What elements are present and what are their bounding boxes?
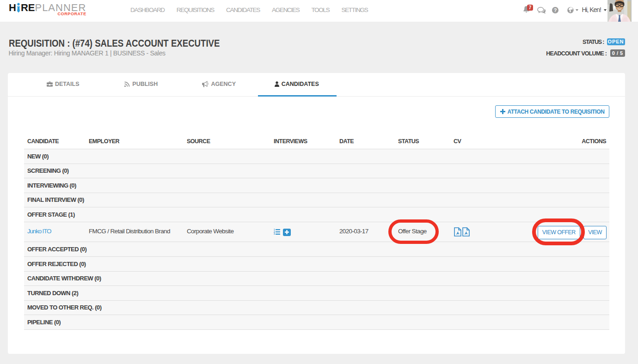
svg-text:3: 3: [274, 233, 275, 235]
